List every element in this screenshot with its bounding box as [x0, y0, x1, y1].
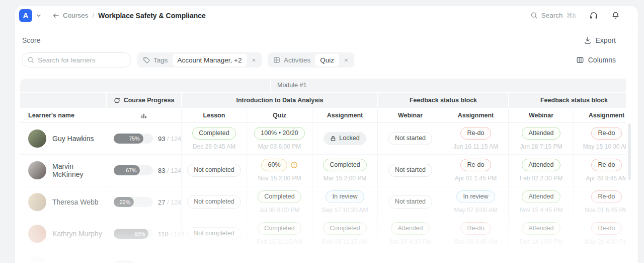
back-arrow-icon	[52, 12, 60, 20]
status-pill[interactable]: Completed	[323, 159, 366, 172]
status-pill[interactable]: Not started	[388, 164, 432, 177]
status-pill[interactable]: Re-do	[591, 190, 621, 204]
app-logo[interactable]: A	[19, 9, 32, 22]
status-pill[interactable]: Completed	[258, 259, 301, 263]
status-pill[interactable]: Re-do	[591, 259, 621, 263]
status-date: Nov 01 6:45 PM	[585, 207, 626, 214]
status-pill[interactable]: Not completed	[187, 164, 241, 177]
status-pill[interactable]: Not completed	[187, 227, 241, 240]
breadcrumb-section: Courses	[63, 12, 88, 19]
chip-close-icon[interactable]: ×	[339, 56, 353, 64]
activity-cell: Completed Jul 30 6:00 PM	[247, 186, 312, 218]
breadcrumb-separator: /	[92, 12, 94, 20]
columns-label: Columns	[588, 56, 616, 64]
status-pill[interactable]: Re-do	[591, 222, 621, 235]
status-pill-label: Re-do	[467, 129, 484, 138]
filter-chip-activities[interactable]: Activities Quiz ×	[268, 52, 354, 68]
global-search[interactable]: Search ⌘k	[530, 12, 576, 19]
status-pill[interactable]: Attended	[391, 222, 429, 235]
tag-icon	[143, 56, 150, 63]
status-pill[interactable]: Re-do	[460, 222, 491, 235]
search-icon	[27, 56, 34, 63]
status-pill[interactable]: Re-do	[460, 259, 491, 263]
column-header-activity: Webinar	[508, 108, 574, 122]
status-date: Nov 15 2:00 PM	[258, 175, 301, 182]
activity-cell: Not completed	[181, 218, 247, 249]
progress-percent: 22%	[114, 197, 134, 207]
learner-cell: Marvin McKinney	[20, 155, 106, 186]
progress-bar: 89%	[114, 229, 153, 239]
module-header: Module #1	[270, 79, 626, 92]
status-date: May 15 10:30 AM	[583, 143, 626, 150]
activity-cells: Not completed 60% Nov 15 2:00 PM Complet…	[181, 155, 626, 186]
learner-search-input[interactable]	[22, 52, 131, 68]
status-pill[interactable]: Attended	[522, 159, 560, 172]
progress-cell: 89% 110 / 124	[106, 218, 181, 249]
status-pill[interactable]: Attended	[522, 259, 560, 263]
lock-icon	[330, 136, 336, 142]
bell-icon	[611, 11, 620, 20]
status-pill-label: In review	[463, 193, 488, 201]
status-pill-label: Completed	[330, 161, 360, 169]
status-pill-label: Re-do	[598, 161, 615, 169]
status-pill[interactable]: Not completed	[187, 195, 241, 209]
status-pill[interactable]: Completed	[323, 222, 366, 235]
status-pill[interactable]: In review	[326, 190, 364, 204]
status-pill[interactable]: Attended	[391, 259, 429, 263]
module-header-row: Module #1	[20, 79, 626, 92]
export-button[interactable]: Export	[584, 36, 616, 44]
status-pill[interactable]: Completed	[192, 127, 235, 140]
column-header-activity: Assignment	[312, 108, 377, 122]
status-pill[interactable]: Re-do	[591, 127, 621, 140]
status-pill[interactable]: Locked	[324, 132, 366, 145]
status-pill[interactable]: 100% • 20/20	[254, 127, 305, 140]
avatar	[28, 193, 46, 211]
status-pill[interactable]: Completed	[258, 222, 301, 235]
breadcrumb: Courses / Workplace Safety & Compliance	[52, 12, 206, 20]
status-pill[interactable]: Not started	[388, 132, 432, 145]
learner-row: Not completed Completed In review	[20, 250, 626, 263]
status-pill[interactable]: Attended	[522, 190, 560, 204]
status-pill[interactable]: Not completed	[187, 259, 241, 263]
status-pill[interactable]: Re-do	[591, 159, 621, 172]
filter-chip-tags[interactable]: Tags Account Manager, +2 ×	[137, 52, 262, 68]
progress-total: / 124	[167, 199, 181, 206]
status-pill[interactable]: Completed	[258, 190, 301, 204]
learner-name: Marvin McKinney	[52, 162, 106, 178]
activity-cells: Not completed Completed In review	[181, 250, 626, 263]
columns-button[interactable]: Columns	[576, 56, 616, 64]
status-pill-label: Not completed	[194, 230, 234, 238]
sync-icon[interactable]	[114, 97, 120, 104]
scrollbar-thumb[interactable]	[628, 123, 631, 180]
activity-cell: Not started	[377, 186, 443, 218]
columns-icon	[576, 56, 584, 64]
status-pill[interactable]: Attended	[522, 127, 560, 140]
filter-chip-value[interactable]: Account Manager, +2	[173, 54, 247, 67]
chip-close-icon[interactable]: ×	[247, 56, 261, 64]
status-pill[interactable]: Re-do	[460, 127, 491, 140]
column-header-activity: Quiz	[247, 108, 312, 122]
chevron-down-icon[interactable]	[36, 13, 42, 19]
status-pill[interactable]: Not started	[388, 195, 432, 209]
status-pill[interactable]: Re-do	[460, 159, 491, 172]
status-pill[interactable]: In review	[456, 190, 495, 204]
progress-score-wrap: 93 / 124	[158, 135, 181, 143]
notifications-button[interactable]	[611, 11, 620, 20]
filters-bar: Tags Account Manager, +2 × Activities Qu…	[15, 52, 638, 68]
status-pill-label: Not started	[395, 135, 426, 143]
activity-cell: In review	[312, 250, 377, 263]
status-pill[interactable]: 60%	[261, 159, 287, 172]
filter-chip-value[interactable]: Quiz	[315, 54, 339, 67]
support-button[interactable]	[589, 11, 598, 20]
status-date: Feb 16 11:15 AM	[257, 238, 302, 245]
page-title: Workplace Safety & Compliance	[98, 12, 206, 20]
group-header-row: Course Progress Introduction to Data Ana…	[20, 93, 626, 108]
status-pill[interactable]: In review	[326, 259, 364, 263]
activities-grid-icon	[273, 56, 280, 63]
status-pill-label: Not completed	[194, 166, 234, 174]
breadcrumb-back-link[interactable]: Courses	[52, 12, 88, 20]
status-pill[interactable]: Attended	[522, 222, 560, 235]
score-label: Score	[22, 36, 41, 44]
activity-cell: 100% • 20/20 Mar 03 6:00 PM	[247, 123, 312, 154]
status-pill-label: Not started	[395, 198, 426, 206]
